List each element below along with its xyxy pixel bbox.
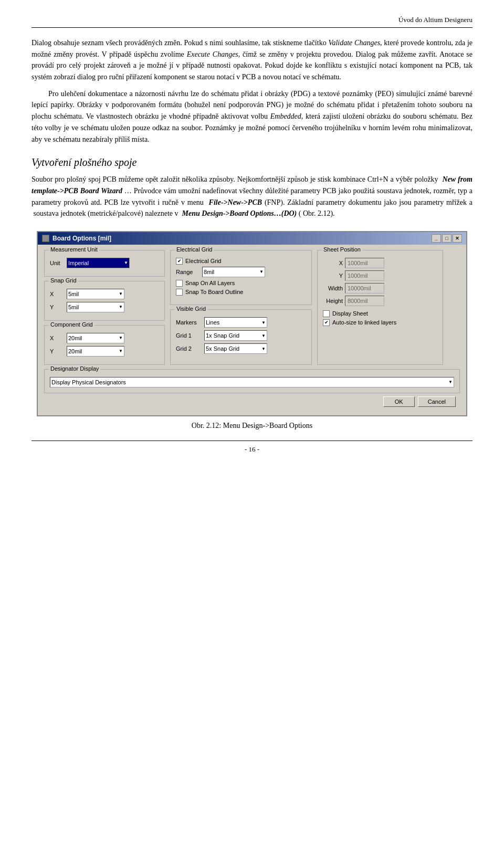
comp-x-dropdown[interactable]: 20mil ▼ <box>67 333 124 343</box>
markers-dropdown[interactable]: Lines ▼ <box>204 317 267 328</box>
sheet-width-input[interactable]: 10000mil <box>345 283 384 294</box>
unit-label: Unit <box>50 260 65 266</box>
elec-grid-checkbox-label: Electrical Grid <box>185 258 221 264</box>
snap-y-label: Y <box>50 304 65 310</box>
grid2-value: 5x Snap Grid <box>206 345 239 352</box>
range-dropdown[interactable]: 8mil ▼ <box>202 267 265 277</box>
sheet-x-input[interactable]: 1000mil <box>345 258 384 268</box>
designator-dropdown[interactable]: Display Physical Designators ▼ <box>50 377 454 387</box>
display-sheet-row: Display Sheet <box>323 310 437 317</box>
page: Úvod do Altium Designeru Dialog obsahuje… <box>0 0 504 849</box>
sheet-height-input[interactable]: 8000mil <box>345 296 384 306</box>
section-paragraph: Soubor pro plošný spoj PCB můžeme opět z… <box>32 174 472 219</box>
dialog-top-row: Measurement Unit Unit Imperial ▼ Snap G <box>44 250 460 365</box>
close-button[interactable]: ✕ <box>453 234 462 243</box>
markers-arrow: ▼ <box>261 320 266 325</box>
validate-changes-label: Validate Changes <box>328 39 380 47</box>
paragraph-2: Pro ulehčení dokumentace a názornosti ná… <box>32 88 472 145</box>
snap-grid-title: Snap Grid <box>49 277 78 284</box>
unit-value: Imperial <box>68 260 89 266</box>
component-grid-section: Component Grid X 20mil ▼ Y <box>44 325 165 365</box>
comp-y-value: 20mil <box>68 348 82 354</box>
snap-board-row: Snap To Board Outline <box>176 289 306 296</box>
comp-y-label: Y <box>50 348 65 354</box>
display-sheet-label: Display Sheet <box>332 310 368 317</box>
snap-all-layers-row: Snap On All Layers <box>176 280 306 287</box>
display-sheet-checkbox[interactable] <box>323 310 330 317</box>
visible-grid-section: Visible Grid Markers Lines ▼ Grid 1 <box>170 309 312 365</box>
titlebar-left: Board Options [mil] <box>42 235 111 242</box>
electrical-grid-title: Electrical Grid <box>175 246 214 253</box>
grid1-row: Grid 1 1x Snap Grid ▼ <box>176 330 306 341</box>
sheet-y-row: Y 1000mil <box>323 270 437 281</box>
dialog-title: Board Options [mil] <box>52 235 111 242</box>
sheet-width-value: 10000mil <box>348 285 371 291</box>
grid2-dropdown[interactable]: 5x Snap Grid ▼ <box>204 343 267 354</box>
snap-all-layers-checkbox[interactable] <box>176 280 183 287</box>
sheet-width-row: Width 10000mil <box>323 283 437 294</box>
grid1-arrow: ▼ <box>261 333 266 338</box>
maximize-button[interactable]: □ <box>442 234 452 243</box>
embedded-label: Embedded <box>270 112 301 120</box>
ok-button[interactable]: OK <box>383 396 415 407</box>
page-header: Úvod do Altium Designeru <box>32 16 472 28</box>
snap-grid-section: Snap Grid X 5mil ▼ Y 5mil <box>44 281 165 321</box>
execute-changes-label: Execute Changes <box>187 50 238 58</box>
snap-y-value: 5mil <box>68 304 79 310</box>
figure-caption: Obr. 2.12: Menu Design->Board Options <box>32 422 472 430</box>
sheet-y-input[interactable]: 1000mil <box>345 270 384 281</box>
range-row: Range 8mil ▼ <box>176 267 306 277</box>
markers-value: Lines <box>206 319 219 326</box>
sheet-y-label: Y <box>323 272 343 279</box>
snap-x-dropdown[interactable]: 5mil ▼ <box>67 289 124 299</box>
designator-value: Display Physical Designators <box>51 379 126 385</box>
comp-y-arrow: ▼ <box>119 349 123 353</box>
snap-x-value: 5mil <box>68 291 79 297</box>
unit-dropdown[interactable]: Imperial ▼ <box>67 258 130 268</box>
sheet-y-value: 1000mil <box>348 272 368 279</box>
range-arrow: ▼ <box>259 269 264 274</box>
minimize-button[interactable]: _ <box>432 234 441 243</box>
component-grid-title: Component Grid <box>49 321 94 328</box>
designator-title: Designator Display <box>49 365 100 372</box>
comp-y-dropdown[interactable]: 20mil ▼ <box>67 346 124 357</box>
markers-row: Markers Lines ▼ <box>176 317 306 328</box>
cancel-button[interactable]: Cancel <box>418 396 456 407</box>
grid1-dropdown[interactable]: 1x Snap Grid ▼ <box>204 330 267 341</box>
measurement-unit-title: Measurement Unit <box>49 246 99 253</box>
comp-x-row: X 20mil ▼ <box>50 333 159 343</box>
snap-y-dropdown[interactable]: 5mil ▼ <box>67 302 124 312</box>
grid2-row: Grid 2 5x Snap Grid ▼ <box>176 343 306 354</box>
snap-x-label: X <box>50 291 65 297</box>
grid1-label: Grid 1 <box>176 332 202 339</box>
elec-grid-checkbox-row: Electrical Grid <box>176 258 306 265</box>
comp-x-arrow: ▼ <box>119 336 123 340</box>
header-title: Úvod do Altium Designeru <box>398 16 472 24</box>
menu-design-label: Menu Design->Board Options…(DO) <box>182 209 297 217</box>
page-number: - 16 - <box>245 445 259 453</box>
grid2-arrow: ▼ <box>261 347 266 351</box>
electrical-grid-section: Electrical Grid Electrical Grid Range 8m… <box>170 250 312 306</box>
sheet-height-value: 8000mil <box>348 298 368 304</box>
unit-field-row: Unit Imperial ▼ <box>50 258 159 268</box>
snap-board-label: Snap To Board Outline <box>185 289 243 295</box>
elec-grid-checkbox[interactable] <box>176 258 183 265</box>
page-footer: - 16 - <box>32 441 472 454</box>
snap-x-arrow: ▼ <box>119 291 123 296</box>
grid1-value: 1x Snap Grid <box>206 332 239 339</box>
visible-grid-title: Visible Grid <box>175 306 207 312</box>
range-label: Range <box>176 269 200 275</box>
designator-arrow: ▼ <box>448 380 453 384</box>
snap-x-row: X 5mil ▼ <box>50 289 159 299</box>
auto-size-label: Auto-size to linked layers <box>332 319 396 326</box>
sheet-x-label: X <box>323 260 343 266</box>
comp-x-label: X <box>50 335 65 341</box>
titlebar-buttons: _ □ ✕ <box>432 234 462 243</box>
snap-y-row: Y 5mil ▼ <box>50 302 159 312</box>
auto-size-row: Auto-size to linked layers <box>323 319 437 326</box>
wizard-label: New from template->PCB Board Wizard <box>32 175 472 195</box>
sheet-height-label: Height <box>323 298 343 304</box>
dialog-titlebar[interactable]: Board Options [mil] _ □ ✕ <box>38 232 466 245</box>
auto-size-checkbox[interactable] <box>323 319 330 326</box>
snap-board-checkbox[interactable] <box>176 289 183 296</box>
